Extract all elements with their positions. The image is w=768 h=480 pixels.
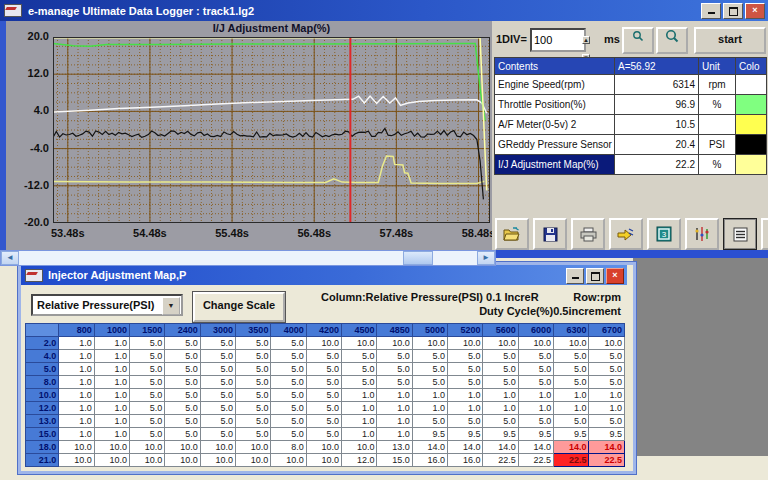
map-cell[interactable]: 5.0 [377, 350, 412, 363]
map-row-header[interactable]: 8.0 [26, 376, 59, 389]
map-cell[interactable]: 10.0 [342, 337, 377, 350]
map-cell[interactable]: 1.0 [94, 363, 129, 376]
map-cell[interactable]: 1.0 [377, 389, 412, 402]
channel-unit[interactable]: % [699, 95, 736, 115]
map-cell[interactable]: 10.0 [59, 454, 94, 467]
map-cell[interactable]: 14.0 [589, 441, 625, 454]
save-button[interactable] [533, 218, 567, 250]
change-scale-button[interactable]: Change Scale [193, 292, 285, 322]
map-cell[interactable]: 9.5 [554, 428, 589, 441]
map-cell[interactable]: 5.0 [306, 363, 341, 376]
map-row-header[interactable]: 4.0 [26, 350, 59, 363]
map-cell[interactable]: 5.0 [130, 376, 165, 389]
map-cell[interactable]: 5.0 [448, 376, 483, 389]
map-cell[interactable]: 1.0 [342, 415, 377, 428]
map-cell[interactable]: 5.0 [377, 376, 412, 389]
map-cell[interactable]: 1.0 [448, 402, 483, 415]
map-col-header[interactable]: 2400 [165, 324, 200, 337]
map-cell[interactable]: 10.0 [518, 337, 553, 350]
map-cell[interactable]: 10.0 [412, 337, 447, 350]
open-file-button[interactable] [495, 218, 529, 250]
map-col-header[interactable]: 6000 [518, 324, 553, 337]
map-cell[interactable]: 5.0 [165, 337, 200, 350]
map-cell[interactable]: 5.0 [165, 350, 200, 363]
map-cell[interactable]: 5.0 [200, 428, 235, 441]
map-col-header[interactable]: 5200 [448, 324, 483, 337]
channel-value[interactable]: 96.9 [615, 95, 699, 115]
map-cell[interactable]: 16.0 [448, 454, 483, 467]
map-cell[interactable]: 1.0 [589, 389, 625, 402]
map-cell[interactable]: 5.0 [342, 350, 377, 363]
channel-name[interactable]: Throttle Position(%) [495, 95, 615, 115]
map-cell[interactable]: 14.0 [412, 441, 447, 454]
map-cell[interactable]: 1.0 [412, 402, 447, 415]
channel-value[interactable]: 20.4 [615, 135, 699, 155]
map-col-header[interactable]: 4000 [271, 324, 306, 337]
contents-row[interactable]: GReddy Pressure Sensor PSI 120.4PSI [495, 135, 767, 155]
map-cell[interactable]: 10.0 [236, 454, 271, 467]
map-cell[interactable]: 5.0 [412, 363, 447, 376]
map-cell[interactable]: 5.0 [589, 376, 625, 389]
map-minimize-icon[interactable] [566, 268, 584, 284]
map-cell[interactable]: 10.0 [130, 454, 165, 467]
map-cell[interactable]: 9.5 [448, 428, 483, 441]
minimize-icon[interactable] [701, 3, 721, 19]
map-cell[interactable]: 10.0 [236, 441, 271, 454]
map-cell[interactable]: 1.0 [342, 389, 377, 402]
map-cell[interactable]: 1.0 [59, 350, 94, 363]
spinner-up-icon[interactable]: ▲ [582, 36, 590, 44]
map-col-header[interactable]: 800 [59, 324, 94, 337]
map-cell[interactable]: 5.0 [271, 389, 306, 402]
map-cell[interactable]: 10.0 [130, 441, 165, 454]
channel-unit[interactable] [699, 115, 736, 135]
map-trace-button[interactable]: 3 [647, 218, 681, 250]
channel-name[interactable]: GReddy Pressure Sensor PSI 1 [495, 135, 615, 155]
map-cell[interactable]: 5.0 [448, 363, 483, 376]
map-row-header[interactable]: 5.0 [26, 363, 59, 376]
map-cell[interactable]: 1.0 [94, 428, 129, 441]
map-cell[interactable]: 5.0 [448, 415, 483, 428]
start-button[interactable]: start [694, 27, 766, 54]
map-cell[interactable]: 22.5 [483, 454, 518, 467]
map-cell[interactable]: 1.0 [377, 415, 412, 428]
map-cell[interactable]: 14.0 [554, 441, 589, 454]
scroll-right-icon[interactable]: ► [477, 251, 495, 265]
map-cell[interactable]: 5.0 [200, 350, 235, 363]
map-cell[interactable]: 1.0 [448, 389, 483, 402]
map-row-header[interactable]: 12.0 [26, 402, 59, 415]
contents-row[interactable]: Throttle Position(%)96.9% [495, 95, 767, 115]
map-cell[interactable]: 5.0 [271, 428, 306, 441]
map-cell[interactable]: 9.5 [518, 428, 553, 441]
map-cell[interactable]: 5.0 [236, 337, 271, 350]
map-cell[interactable]: 5.0 [236, 350, 271, 363]
map-cell[interactable]: 5.0 [306, 389, 341, 402]
map-cell[interactable]: 10.0 [589, 337, 625, 350]
map-cell[interactable]: 10.0 [306, 337, 341, 350]
chevron-down-icon[interactable]: ▼ [162, 297, 180, 315]
map-cell[interactable]: 1.0 [342, 428, 377, 441]
graph-hscrollbar[interactable]: ◄ ► [0, 250, 496, 266]
map-row-header[interactable]: 2.0 [26, 337, 59, 350]
map-cell[interactable]: 5.0 [200, 337, 235, 350]
map-cell[interactable]: 14.0 [518, 441, 553, 454]
map-cell[interactable]: 5.0 [271, 376, 306, 389]
map-cell[interactable]: 9.5 [483, 428, 518, 441]
map-cell[interactable]: 10.0 [165, 454, 200, 467]
map-cell[interactable]: 1.0 [518, 389, 553, 402]
map-cell[interactable]: 5.0 [342, 363, 377, 376]
map-cell[interactable]: 1.0 [94, 337, 129, 350]
map-cell[interactable]: 10.0 [448, 337, 483, 350]
map-cell[interactable]: 5.0 [483, 376, 518, 389]
map-cell[interactable]: 8.0 [271, 441, 306, 454]
map-cell[interactable]: 5.0 [200, 389, 235, 402]
map-cell[interactable]: 1.0 [94, 376, 129, 389]
zoom-out-button[interactable] [622, 27, 654, 54]
map-cell[interactable]: 5.0 [130, 402, 165, 415]
channel-unit[interactable]: PSI [699, 135, 736, 155]
map-cell[interactable]: 10.0 [94, 441, 129, 454]
graph-display-button[interactable] [685, 218, 719, 250]
map-cell[interactable]: 5.0 [518, 350, 553, 363]
map-cell[interactable]: 1.0 [94, 402, 129, 415]
map-col-header[interactable]: 4850 [377, 324, 412, 337]
map-cell[interactable]: 5.0 [554, 350, 589, 363]
